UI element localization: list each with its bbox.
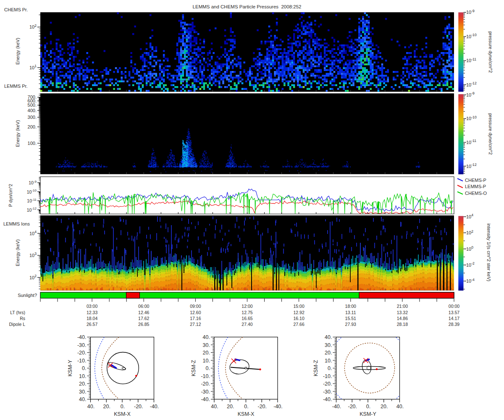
svg-text:Energy (keV): Energy (keV)	[15, 120, 20, 147]
svg-text:LEMMS Pr.: LEMMS Pr.	[4, 84, 28, 89]
svg-text:-20.: -20.	[257, 404, 267, 410]
svg-text:0.: 0.	[244, 404, 248, 410]
svg-text:27.40: 27.40	[242, 322, 252, 327]
svg-text:Dipole L: Dipole L	[9, 322, 25, 327]
svg-text:12:00: 12:00	[242, 304, 252, 309]
svg-text:-20.: -20.	[201, 381, 210, 387]
svg-text:20.: 20.	[227, 404, 234, 410]
svg-text:13.32: 13.32	[397, 310, 408, 315]
svg-text:intensity 1/(s cm^2 ster keV): intensity 1/(s cm^2 ster keV)	[486, 223, 491, 281]
svg-text:300.: 300.	[28, 115, 37, 120]
svg-text:30.: 30.	[325, 342, 332, 348]
svg-text:-20.: -20.	[77, 350, 87, 356]
svg-text:KSM-Z: KSM-Z	[191, 360, 197, 376]
svg-text:0.: 0.	[82, 365, 86, 371]
svg-text:27.12: 27.12	[190, 322, 201, 327]
svg-text:16.10: 16.10	[293, 316, 304, 321]
svg-text:09:00: 09:00	[190, 304, 201, 309]
svg-text:LEMMS and CHEMS Particle Press: LEMMS and CHEMS Particle Pressures 2008:…	[193, 4, 302, 9]
svg-text:00:00: 00:00	[449, 304, 459, 309]
svg-text:12.46: 12.46	[138, 310, 149, 315]
svg-text:21:00: 21:00	[397, 304, 408, 309]
svg-text:13.11: 13.11	[345, 310, 356, 315]
svg-text:14.17: 14.17	[449, 316, 459, 321]
svg-text:10.: 10.	[79, 373, 86, 379]
svg-text:40.: 40.	[325, 334, 332, 340]
svg-text:20.: 20.	[203, 350, 210, 356]
svg-text:16.65: 16.65	[242, 316, 252, 321]
svg-text:LT (hrs): LT (hrs)	[10, 310, 25, 315]
svg-text:-30.: -30.	[77, 342, 87, 348]
svg-text:15:00: 15:00	[293, 304, 304, 309]
svg-text:18:00: 18:00	[345, 304, 356, 309]
svg-text:KSM-X: KSM-X	[114, 411, 131, 417]
svg-text:-40.: -40.	[273, 404, 283, 410]
svg-text:CHEMS-O: CHEMS-O	[465, 191, 487, 196]
svg-text:30.: 30.	[79, 389, 86, 395]
svg-text:12.60: 12.60	[190, 310, 201, 315]
svg-text:KSM-Y: KSM-Y	[67, 360, 73, 376]
svg-text:20.: 20.	[325, 350, 332, 356]
svg-text:-20.: -20.	[323, 381, 332, 387]
svg-text:Energy (keV): Energy (keV)	[15, 38, 20, 65]
svg-text:Sunlight?: Sunlight?	[18, 293, 37, 298]
svg-text:28.18: 28.18	[397, 322, 408, 327]
svg-text:40.: 40.	[79, 396, 86, 402]
svg-text:0.: 0.	[328, 365, 332, 371]
svg-text:15.51: 15.51	[345, 316, 356, 321]
svg-text:12.33: 12.33	[87, 310, 97, 315]
svg-text:0.: 0.	[206, 365, 210, 371]
svg-text:17.16: 17.16	[190, 316, 201, 321]
svg-text:17.62: 17.62	[138, 316, 149, 321]
svg-text:30.: 30.	[203, 342, 210, 348]
svg-text:-20.: -20.	[134, 404, 143, 410]
svg-text:400.: 400.	[28, 108, 37, 113]
svg-text:-10.: -10.	[323, 373, 332, 379]
svg-text:-40.: -40.	[201, 396, 210, 402]
svg-text:14.86: 14.86	[397, 316, 408, 321]
svg-text:13.57: 13.57	[449, 310, 459, 315]
svg-text:0.: 0.	[121, 404, 125, 410]
svg-text:40.: 40.	[396, 404, 404, 410]
svg-text:200.: 200.	[28, 124, 37, 129]
svg-text:-30.: -30.	[323, 389, 332, 395]
svg-text:26.85: 26.85	[138, 322, 149, 327]
svg-text:Rs: Rs	[20, 316, 25, 321]
svg-text:CHEMS-P: CHEMS-P	[465, 178, 486, 183]
svg-text:KSM-Y: KSM-Y	[360, 411, 376, 417]
svg-text:-10.: -10.	[77, 358, 87, 364]
svg-text:28.39: 28.39	[449, 322, 459, 327]
svg-text:27.93: 27.93	[345, 322, 356, 327]
svg-text:0.: 0.	[366, 404, 370, 410]
svg-text:27.66: 27.66	[293, 322, 304, 327]
svg-text:26.57: 26.57	[87, 322, 97, 327]
svg-text:P dyn/cm^2: P dyn/cm^2	[8, 184, 13, 207]
svg-text:40.: 40.	[203, 334, 210, 340]
svg-text:10.: 10.	[203, 358, 210, 364]
svg-text:500.: 500.	[28, 102, 37, 108]
svg-text:40.: 40.	[87, 404, 94, 410]
svg-text:12.75: 12.75	[242, 310, 252, 315]
svg-text:20.: 20.	[381, 404, 388, 410]
svg-text:-10.: -10.	[201, 373, 210, 379]
svg-text:-40.: -40.	[150, 404, 159, 410]
svg-text:pressure dyne/cm^2: pressure dyne/cm^2	[488, 32, 493, 73]
svg-text:KSM-Z: KSM-Z	[313, 360, 319, 376]
svg-text:100.: 100.	[28, 141, 37, 146]
svg-text:-30.: -30.	[201, 389, 210, 395]
svg-text:03:00: 03:00	[87, 304, 97, 309]
svg-text:-40.: -40.	[323, 396, 332, 402]
svg-text:pressure dyne/cm^2: pressure dyne/cm^2	[488, 113, 493, 155]
svg-text:40.: 40.	[211, 404, 218, 410]
svg-text:-20.: -20.	[348, 404, 357, 410]
svg-text:12.92: 12.92	[293, 310, 304, 315]
svg-text:KSM-X: KSM-X	[238, 411, 255, 417]
svg-text:20.: 20.	[103, 404, 110, 410]
svg-text:10.: 10.	[325, 358, 332, 364]
svg-text:LEMMS-P: LEMMS-P	[465, 184, 486, 189]
svg-text:CHEMS Pr.: CHEMS Pr.	[4, 7, 28, 12]
svg-text:20.: 20.	[79, 381, 86, 387]
svg-text:-40.: -40.	[332, 404, 341, 410]
svg-text:06:00: 06:00	[138, 304, 149, 309]
svg-text:Energy (keV): Energy (keV)	[15, 239, 20, 266]
